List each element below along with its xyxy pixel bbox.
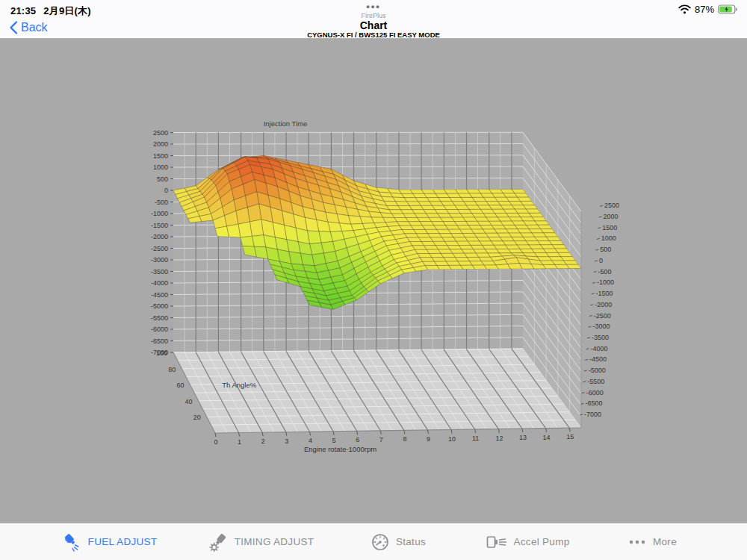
tab-label: Status [396,536,426,547]
svg-text:-3500: -3500 [592,334,609,341]
svg-text:11: 11 [472,435,479,442]
svg-text:500: 500 [157,175,168,183]
gauge-icon [371,532,390,552]
svg-text:6: 6 [356,436,359,444]
svg-text:2000: 2000 [604,213,619,220]
app-name: FirePlus [0,12,747,19]
svg-text:12: 12 [495,435,503,442]
svg-text:-1500: -1500 [151,222,168,229]
svg-text:-4500: -4500 [589,355,607,363]
svg-text:1: 1 [238,438,241,446]
svg-text:5: 5 [332,437,336,444]
svg-text:-1000: -1000 [151,210,168,217]
multitask-dots-icon: ••• [0,1,747,12]
tab-status[interactable]: Status [371,523,426,560]
svg-text:9: 9 [427,435,430,443]
timing-spark-icon [209,532,229,552]
svg-text:Th Angle%: Th Angle% [222,381,256,389]
svg-text:1000: 1000 [601,234,616,242]
svg-text:20: 20 [193,414,201,421]
svg-text:40: 40 [185,398,193,405]
svg-text:-7000: -7000 [584,411,601,418]
svg-text:-4000: -4000 [591,345,608,352]
svg-text:-2000: -2000 [151,233,168,240]
tab-label: TIMING ADJUST [235,536,314,547]
svg-text:-500: -500 [155,199,168,206]
svg-text:Injection Time: Injection Time [264,119,308,128]
svg-text:500: 500 [600,246,611,253]
svg-text:-500: -500 [598,268,612,276]
app-screen: 21:352月9日(木) ••• 87% Back FirePlus [0,0,747,560]
injection-time-surface-chart: 25002000150010005000-500-1000-1500-2000-… [0,39,747,523]
svg-text:13: 13 [519,434,527,441]
tab-label: Accel Pump [513,536,569,547]
chart-area: 25002000150010005000-500-1000-1500-2000-… [0,39,747,523]
svg-text:-2500: -2500 [594,312,611,320]
svg-text:-5000: -5000 [151,302,168,310]
svg-text:2000: 2000 [153,140,168,148]
svg-text:0: 0 [599,257,603,264]
pump-spray-icon [485,532,507,552]
svg-text:-6000: -6000 [586,389,604,396]
svg-text:100: 100 [156,349,167,357]
svg-text:1500: 1500 [602,224,617,231]
svg-text:Engine rotate-1000rpm: Engine rotate-1000rpm [304,445,376,453]
svg-text:80: 80 [168,366,176,373]
svg-text:15: 15 [566,433,574,441]
svg-text:-1500: -1500 [596,290,613,297]
svg-text:-4500: -4500 [151,291,168,299]
svg-text:2500: 2500 [604,202,619,209]
svg-text:-5000: -5000 [589,367,606,374]
svg-text:1000: 1000 [153,164,168,171]
nav-title: FirePlus Chart CYGNUS-X FI / BWS125 FI E… [0,12,747,40]
svg-text:1500: 1500 [153,152,168,160]
svg-text:14: 14 [543,434,551,441]
svg-text:-6500: -6500 [585,399,602,407]
svg-text:-3000: -3000 [151,256,168,264]
top-bar: 21:352月9日(木) ••• 87% Back FirePlus [0,0,747,39]
svg-text:60: 60 [176,382,184,389]
svg-text:-6500: -6500 [151,337,168,345]
svg-text:3: 3 [285,438,288,445]
svg-text:8: 8 [403,435,406,443]
svg-text:-1000: -1000 [597,279,614,286]
svg-text:-3500: -3500 [151,268,168,276]
svg-text:2500: 2500 [153,129,168,137]
tab-more[interactable]: More [627,523,677,560]
tab-accel-pump[interactable]: Accel Pump [485,523,569,560]
svg-text:4: 4 [309,437,312,444]
gear-icon [210,543,218,551]
ellipsis-icon [627,532,647,552]
svg-text:10: 10 [448,435,456,443]
tab-label: FUEL ADJUST [88,536,158,547]
svg-text:-2000: -2000 [595,301,612,308]
svg-text:0: 0 [164,187,168,194]
svg-text:-4000: -4000 [151,279,168,287]
svg-text:-2500: -2500 [151,245,168,252]
svg-text:0: 0 [214,438,217,446]
svg-text:-6000: -6000 [151,326,168,333]
fuel-injector-icon [63,532,82,552]
tab-bar: FUEL ADJUST TIMING ADJUST [0,523,747,560]
tab-label: More [653,536,677,547]
svg-text:7: 7 [379,436,383,444]
svg-text:-5500: -5500 [587,378,604,385]
svg-text:-3000: -3000 [592,323,610,330]
page-title: Chart [0,19,747,31]
tab-timing-adjust[interactable]: TIMING ADJUST [209,523,314,560]
svg-text:-5500: -5500 [151,314,168,322]
svg-text:2: 2 [261,438,265,445]
tab-fuel-adjust[interactable]: FUEL ADJUST [63,523,158,560]
